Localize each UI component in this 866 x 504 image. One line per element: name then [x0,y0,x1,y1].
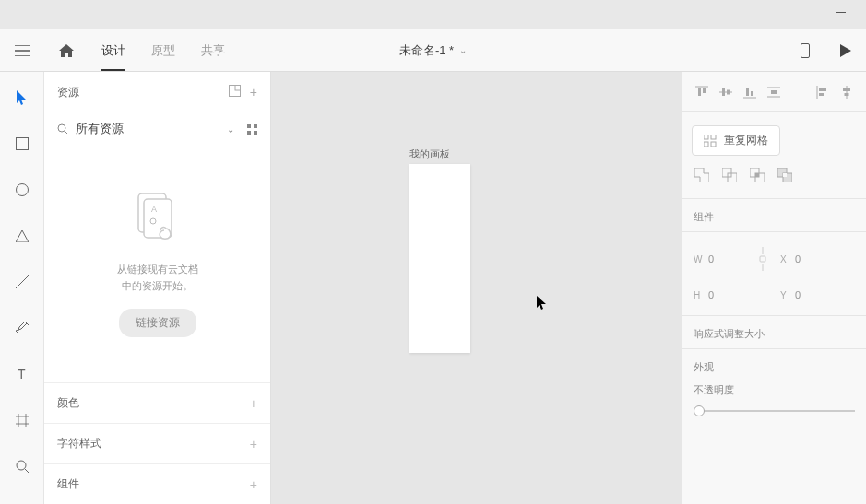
topbar-right-tools [785,29,866,71]
search-icon [57,123,68,135]
main-area: T 资源 + 所有资源 ⌄ [0,72,866,504]
align-left-icon[interactable] [813,82,833,102]
home-button[interactable] [44,29,89,71]
lock-aspect-icon[interactable] [749,247,777,271]
character-styles-section[interactable]: 字符样式 + [44,423,270,463]
zoom-icon [16,460,29,473]
colors-section[interactable]: 颜色 + [44,382,270,423]
tab-label: 设计 [101,42,125,59]
components-section[interactable]: 组件 + [44,463,270,504]
svg-rect-26 [845,93,849,96]
add-icon[interactable]: + [250,396,257,411]
tool-rail: T [0,72,44,504]
opacity-slider[interactable] [694,404,855,417]
align-top-icon[interactable] [692,82,712,102]
grid-view-icon[interactable] [247,124,257,135]
tool-artboard[interactable] [7,405,37,435]
y-label: Y [780,290,791,300]
svg-rect-28 [711,135,716,139]
svg-rect-11 [254,131,257,135]
repeat-grid-label: 重复网格 [724,133,768,148]
slider-thumb[interactable] [694,405,705,416]
tool-pen[interactable] [7,313,37,343]
section-label: 字符样式 [57,436,101,451]
tab-design[interactable]: 设计 [89,29,138,71]
repeat-grid-button[interactable]: 重复网格 [692,125,780,156]
library-icon[interactable] [229,85,241,100]
document-title-text: 未命名-1 * [399,42,454,59]
tool-zoom[interactable] [7,451,37,481]
link-assets-button[interactable]: 链接资源 [119,309,196,337]
svg-text:T: T [18,368,26,381]
cursor-icon [537,296,548,311]
opacity-control: 不透明度 [694,383,855,417]
rectangle-icon [16,137,29,150]
width-label: W [694,254,705,264]
assets-title: 资源 [57,85,79,100]
svg-rect-10 [247,131,251,135]
add-icon[interactable]: + [250,477,257,492]
document-title-dropdown[interactable]: 未命名-1 * ⌄ [399,42,467,59]
svg-point-2 [16,184,28,196]
svg-text:A: A [151,205,157,214]
svg-rect-31 [722,168,731,177]
artboard-label[interactable]: 我的画板 [409,147,450,161]
tool-select[interactable] [7,83,37,112]
device-preview-button[interactable] [785,29,825,71]
hamburger-icon [15,45,30,56]
boolean-intersect-icon[interactable] [747,165,767,185]
assets-empty-state: A 从链接现有云文档 中的资源开始。 链接资源 [44,146,270,382]
play-button[interactable] [825,29,866,71]
distribute-v-icon[interactable] [764,82,784,102]
align-vcenter-icon[interactable] [716,82,736,102]
svg-rect-27 [704,135,708,139]
play-icon [840,44,851,57]
tab-share[interactable]: 共享 [188,29,238,71]
pen-icon [16,322,29,334]
component-section-label: 组件 [682,199,866,232]
tool-line[interactable] [7,267,37,297]
tool-ellipse[interactable] [7,175,37,205]
tab-prototype[interactable]: 原型 [138,29,188,71]
y-input[interactable]: 0 [795,289,832,300]
tool-polygon[interactable] [7,221,37,251]
svg-rect-18 [722,88,725,96]
align-hcenter-icon[interactable] [836,82,857,102]
svg-rect-35 [755,173,759,177]
home-icon [59,44,74,57]
hamburger-menu[interactable] [0,29,44,71]
x-input[interactable]: 0 [795,253,832,264]
minimize-button[interactable] [836,12,846,13]
svg-rect-17 [703,88,706,93]
height-input[interactable]: 0 [708,289,745,300]
repeat-grid-section: 重复网格 [682,112,866,199]
assets-search[interactable]: 所有资源 ⌄ [44,112,270,146]
svg-rect-23 [819,88,826,91]
svg-rect-25 [843,88,850,91]
mode-tabs: 设计 原型 共享 [89,29,238,71]
chevron-down-icon: ⌄ [459,45,467,55]
cloud-doc-illustration: A [135,192,181,247]
boolean-subtract-icon[interactable] [719,165,740,185]
artboard-icon [16,414,29,427]
tool-text[interactable]: T [7,359,37,389]
boolean-union-icon[interactable] [692,165,712,185]
pointer-icon [17,90,28,105]
svg-rect-20 [746,88,749,96]
tool-rectangle[interactable] [7,129,37,158]
artboard[interactable] [409,164,470,353]
svg-rect-24 [819,93,824,96]
boolean-exclude-icon[interactable] [775,165,795,185]
canvas[interactable]: 我的画板 [271,72,682,504]
svg-rect-22 [771,90,777,94]
search-text: 所有资源 [76,121,219,137]
appearance-label: 外观 [694,360,855,374]
add-icon[interactable]: + [250,437,257,451]
ellipse-icon [16,183,29,196]
transform-section: W 0 X 0 H 0 Y 0 [682,232,866,316]
add-icon[interactable]: + [250,85,257,100]
svg-point-4 [17,461,26,470]
width-input[interactable]: 0 [708,253,745,264]
svg-rect-30 [711,142,716,147]
align-bottom-icon[interactable] [740,82,760,102]
